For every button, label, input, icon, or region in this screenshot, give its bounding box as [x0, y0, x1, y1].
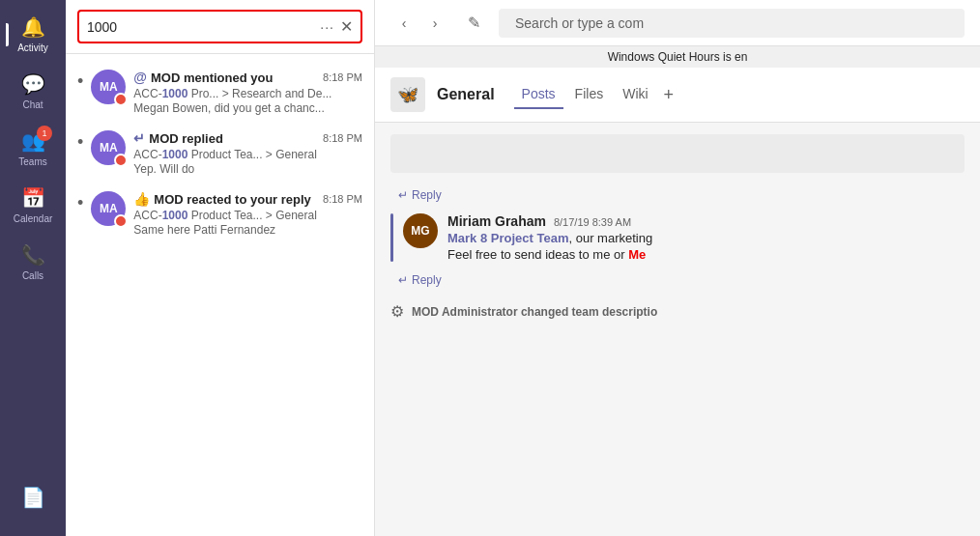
notif-text: Windows Quiet Hours is en	[608, 50, 748, 64]
list-item[interactable]: • MA @ MOD mentioned you 8:18 PM ACC-100…	[66, 62, 374, 123]
tab-wiki[interactable]: Wiki	[615, 80, 655, 109]
left-nav: 🔔 Activity 💬 Chat 👥 Teams 1 📅 Calendar 📞…	[0, 0, 66, 536]
activity-title: ↵ MOD replied	[133, 130, 223, 146]
reply-icon-2: ↵	[398, 273, 408, 287]
channel-name: General	[437, 86, 495, 103]
tab-posts[interactable]: Posts	[514, 80, 563, 109]
sidebar-item-calendar[interactable]: 📅 Calendar	[6, 179, 60, 232]
calls-label: Calls	[22, 270, 43, 281]
activity-content: @ MOD mentioned you 8:18 PM ACC-1000 Pro…	[133, 70, 362, 115]
reply-button-2[interactable]: ↵ Reply	[398, 273, 442, 287]
activity-preview: Yep. Will do	[133, 162, 362, 176]
activity-icon: 🔔	[21, 15, 45, 39]
previous-message-placeholder	[390, 134, 965, 173]
channel-avatar: 🦋	[390, 77, 425, 112]
mention-text[interactable]: Mark 8 Project Team	[447, 231, 568, 245]
reply-icon: ↵	[133, 130, 145, 146]
activity-list: • MA @ MOD mentioned you 8:18 PM ACC-100…	[66, 54, 374, 536]
right-panel: ‹ › ✎ Search or type a com Windows Quiet…	[375, 0, 980, 536]
files-icon: 📄	[21, 486, 45, 509]
activity-time: 8:18 PM	[323, 132, 362, 144]
activity-sub: ACC-1000 Product Tea... > General	[133, 209, 362, 222]
system-message: ⚙ MOD Administrator changed team descrip…	[390, 302, 965, 321]
calls-icon: 📞	[21, 243, 45, 267]
channel-header: 🦋 General Posts Files Wiki +	[375, 68, 980, 123]
back-button[interactable]: ‹	[390, 10, 418, 37]
list-item[interactable]: • MA 👍 MOD reacted to your reply 8:18 PM…	[66, 183, 374, 244]
avatar-status-badge	[114, 93, 128, 106]
activity-time: 8:18 PM	[323, 193, 362, 205]
activity-label: Activity	[17, 42, 48, 53]
bullet-icon: •	[77, 193, 83, 213]
activity-header: @ MOD mentioned you 8:18 PM	[133, 70, 362, 85]
message-time: 8/17/19 8:39 AM	[554, 216, 631, 228]
avatar: MA	[91, 130, 126, 165]
avatar: MG	[403, 213, 438, 248]
nav-bottom: 📄	[6, 478, 60, 536]
sidebar-item-activity[interactable]: 🔔 Activity	[6, 8, 60, 61]
more-options-icon[interactable]: ···	[320, 19, 334, 35]
bullet-icon: •	[77, 71, 83, 92]
activity-preview: Megan Bowen, did you get a chanc...	[133, 101, 362, 115]
mention-icon: @	[133, 70, 147, 85]
activity-header: 👍 MOD reacted to your reply 8:18 PM	[133, 191, 362, 207]
sidebar-item-files[interactable]: 📄	[6, 478, 60, 517]
reply-button[interactable]: ↵ Reply	[398, 188, 442, 202]
sidebar-item-teams[interactable]: 👥 Teams 1	[6, 122, 60, 175]
compose-button[interactable]: ✎	[460, 10, 487, 37]
left-accent	[390, 213, 393, 262]
activity-content: ↵ MOD replied 8:18 PM ACC-1000 Product T…	[133, 130, 362, 176]
list-item[interactable]: • MA ↵ MOD replied 8:18 PM ACC-1000 Prod…	[66, 123, 374, 183]
reply-button-row-2: ↵ Reply	[398, 269, 965, 291]
reply-icon: ↵	[398, 188, 408, 202]
notification-bar: Windows Quiet Hours is en	[375, 46, 980, 68]
sidebar-item-calls[interactable]: 📞 Calls	[6, 236, 60, 289]
nav-arrows: ‹ ›	[390, 10, 448, 37]
reply-button-row: ↵ Reply	[398, 184, 965, 206]
channel-tabs: Posts Files Wiki +	[514, 80, 678, 109]
messages-area: ↵ Reply MG Miriam Graham 8/17/19 8:39 AM…	[375, 123, 980, 536]
tab-files[interactable]: Files	[567, 80, 612, 109]
search-area: ··· ✕	[66, 0, 374, 54]
message-body: Mark 8 Project Team, our marketing	[447, 231, 965, 245]
avatar: MA	[91, 70, 126, 104]
search-placeholder-text: Search or type a com	[515, 15, 644, 31]
teams-badge: 1	[37, 126, 52, 141]
message-content: Miriam Graham 8/17/19 8:39 AM Mark 8 Pro…	[447, 213, 965, 262]
forward-button[interactable]: ›	[421, 10, 448, 37]
search-input[interactable]	[87, 19, 314, 35]
top-search-bar[interactable]: Search or type a com	[499, 9, 965, 38]
top-bar: ‹ › ✎ Search or type a com	[375, 0, 980, 46]
message-row: MG Miriam Graham 8/17/19 8:39 AM Mark 8 …	[390, 213, 965, 262]
activity-title: 👍 MOD reacted to your reply	[133, 191, 311, 207]
message-body-2: Feel free to send ideas to me or Me	[447, 247, 965, 262]
activity-preview: Same here Patti Fernandez	[133, 223, 362, 237]
chat-label: Chat	[22, 99, 43, 110]
bold-red-text: Me	[628, 247, 646, 262]
calendar-label: Calendar	[14, 213, 53, 224]
message-sender: Miriam Graham	[447, 213, 546, 229]
activity-time: 8:18 PM	[323, 71, 362, 83]
calendar-icon: 📅	[21, 186, 45, 210]
sys-msg-text: MOD Administrator changed team descripti…	[412, 305, 657, 319]
avatar-status-badge	[114, 214, 128, 228]
add-tab-button[interactable]: +	[660, 81, 678, 109]
activity-sub: ACC-1000 Product Tea... > General	[133, 148, 362, 161]
activity-sub: ACC-1000 Pro... > Research and De...	[133, 87, 362, 100]
middle-panel: ··· ✕ • MA @ MOD mentioned you 8:18 PM	[66, 0, 375, 536]
avatar-status-badge	[114, 154, 128, 167]
teams-label: Teams	[18, 156, 46, 167]
activity-header: ↵ MOD replied 8:18 PM	[133, 130, 362, 146]
avatar: MA	[91, 191, 126, 226]
activity-title: @ MOD mentioned you	[133, 70, 273, 85]
activity-content: 👍 MOD reacted to your reply 8:18 PM ACC-…	[133, 191, 362, 237]
search-box[interactable]: ··· ✕	[77, 10, 362, 43]
thumbsup-icon: 👍	[133, 191, 150, 207]
message-header: Miriam Graham 8/17/19 8:39 AM	[447, 213, 965, 229]
sidebar-item-chat[interactable]: 💬 Chat	[6, 65, 60, 118]
settings-icon: ⚙	[390, 302, 404, 321]
close-icon[interactable]: ✕	[340, 17, 353, 36]
chat-icon: 💬	[21, 72, 45, 96]
bullet-icon: •	[77, 132, 83, 153]
